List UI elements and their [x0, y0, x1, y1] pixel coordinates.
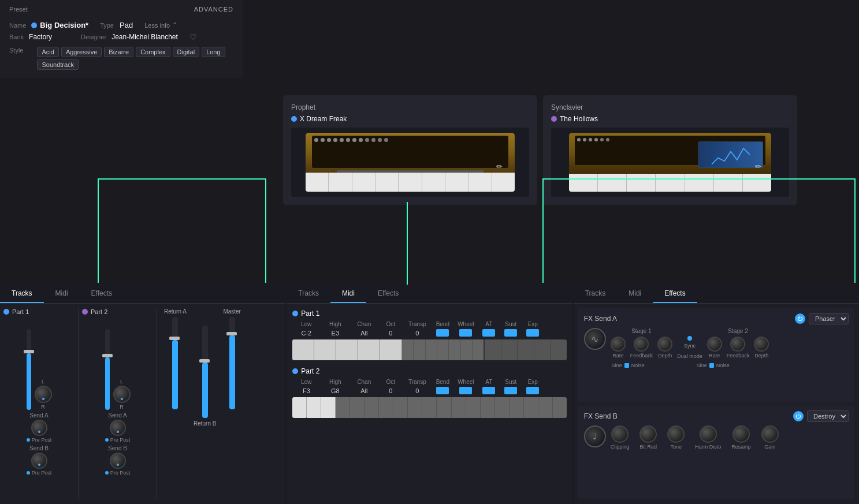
destroy-controls: ♩ Clipping Bit Red Tone — [584, 425, 849, 450]
style-tag-complex[interactable]: Complex — [136, 47, 170, 57]
fx-send-a-type-select[interactable]: Phaser — [809, 313, 849, 324]
synclavier-edit-icon[interactable]: ✏ — [755, 162, 761, 171]
master-label: Master — [223, 308, 241, 315]
sync-indicator — [687, 336, 692, 341]
gain-knob[interactable] — [761, 425, 779, 443]
clipping-knob[interactable] — [611, 425, 629, 443]
style-tag-soundtrack[interactable]: Soundtrack — [37, 59, 79, 70]
phaser-wave-knob[interactable]: ∿ — [584, 328, 606, 350]
stage1-noise-label: Noise — [631, 363, 645, 368]
stage2-rate-knob[interactable] — [707, 337, 722, 352]
style-tag-aggressive[interactable]: Aggressive — [61, 47, 102, 57]
style-tags-container: Acid Aggressive Bizarre Complex Digital … — [37, 47, 233, 70]
style-tag-bizarre[interactable]: Bizarre — [104, 47, 133, 57]
part2-send-b-knob[interactable] — [110, 453, 126, 469]
bank-label: Bank — [9, 33, 24, 40]
part1-r-label: R — [41, 404, 45, 410]
stage1-feedback-knob[interactable] — [634, 337, 649, 352]
part1-pan-knob[interactable] — [35, 386, 52, 403]
harm-disto-knob[interactable] — [700, 425, 717, 443]
midi-p2-low: F3 — [292, 387, 320, 394]
return-b-fader[interactable] — [202, 326, 208, 418]
right-tab-midi[interactable]: Midi — [617, 285, 653, 303]
resamp-knob[interactable] — [732, 425, 750, 443]
midi-p2-chan: All — [350, 387, 378, 394]
prophet-edit-icon[interactable]: ✏ — [496, 162, 503, 171]
midi-p2-exp-toggle[interactable] — [522, 387, 543, 394]
part2-volume-fader[interactable] — [105, 329, 110, 410]
return-master-section: Return A Return B Master — [161, 308, 241, 499]
midi-p1-exp-toggle[interactable] — [522, 329, 543, 337]
part1-dot — [3, 309, 9, 315]
bit-red-label: Bit Red — [639, 444, 657, 450]
left-panel: Tracks Midi Effects Part 1 — [0, 285, 285, 504]
midi-p1-bend-toggle[interactable] — [432, 329, 453, 337]
middle-tab-effects[interactable]: Effects — [366, 285, 410, 303]
part2-pan-knob[interactable] — [113, 386, 131, 403]
stage1-depth-knob[interactable] — [657, 337, 672, 352]
less-info-button[interactable]: Less info ⌃ — [144, 21, 177, 29]
kbd2-full — [292, 397, 566, 418]
favorite-icon[interactable]: ♡ — [189, 32, 197, 42]
resamp-group: Resamp — [731, 425, 751, 450]
stage1-feedback-label: Feedback — [630, 353, 653, 359]
midi-header-transp: Transp — [403, 321, 431, 327]
midi-p2-at-toggle[interactable] — [478, 387, 499, 394]
right-tab-effects[interactable]: Effects — [653, 285, 697, 303]
dual-mode-label: Dual mode — [677, 353, 702, 359]
style-tag-digital[interactable]: Digital — [173, 47, 200, 57]
bank-value: Factory — [29, 33, 52, 41]
part2-pre-post-b-label: Pre Post — [110, 470, 131, 476]
harm-disto-group: Harm Disto — [695, 425, 721, 450]
left-tab-tracks[interactable]: Tracks — [0, 285, 44, 303]
left-tab-effects[interactable]: Effects — [80, 285, 124, 303]
part1-send-b-knob[interactable] — [31, 453, 47, 469]
stage2-label: Stage 2 — [728, 328, 748, 334]
stage1-label: Stage 1 — [631, 328, 651, 334]
master-fader[interactable] — [229, 317, 235, 409]
midi-p1-wheel-toggle[interactable] — [454, 329, 477, 337]
part1-name-row: Part 1 — [3, 308, 29, 315]
part1-send-a-knob[interactable] — [31, 420, 47, 436]
right-tab-tracks[interactable]: Tracks — [574, 285, 618, 303]
clipping-group: Clipping — [611, 425, 630, 450]
stage1-rate-label: Rate — [612, 353, 623, 359]
stage2-feedback-group: Feedback — [727, 337, 750, 359]
part1-volume-fader[interactable] — [27, 329, 31, 410]
middle-tab-tracks[interactable]: Tracks — [287, 285, 330, 303]
fx-send-b-type-select[interactable]: Destroy — [807, 410, 849, 422]
destroy-wave-knob[interactable]: ♩ — [584, 425, 606, 447]
right-panel: Tracks Midi Effects FX Send A ⏻ Phaser — [574, 285, 859, 504]
part2-channel: Part 2 L R Send A — [82, 308, 157, 499]
style-tag-long[interactable]: Long — [202, 47, 225, 57]
midi-part2-headers: Low High Chan Oct Transp Bend Wheel AT S… — [292, 379, 566, 385]
fx-send-b-power-button[interactable]: ⏻ — [793, 411, 804, 421]
midi-part1-dot — [292, 311, 298, 316]
midi-p1-at-toggle[interactable] — [478, 329, 499, 337]
tone-knob[interactable] — [667, 425, 685, 443]
stage2-feedback-knob[interactable] — [730, 337, 745, 352]
midi-p2-header-wheel: Wheel — [454, 379, 477, 385]
midi-p2-sust-toggle[interactable] — [500, 387, 521, 394]
kbd-mid-section — [402, 339, 484, 360]
fx-send-a-power-button[interactable]: ⏻ — [795, 313, 805, 324]
less-info-label: Less info — [144, 22, 170, 29]
middle-tab-midi[interactable]: Midi — [330, 285, 366, 303]
midi-p1-low: C-2 — [292, 330, 320, 337]
return-a-channel: Return A — [164, 308, 187, 409]
midi-p1-transp: 0 — [403, 330, 431, 337]
midi-p1-sust-toggle[interactable] — [500, 329, 521, 337]
stage1-rate-knob[interactable] — [611, 337, 626, 352]
return-a-fader[interactable] — [172, 317, 178, 409]
clipping-label: Clipping — [611, 444, 630, 450]
bit-red-knob[interactable] — [639, 425, 657, 443]
midi-p2-bend-toggle[interactable] — [432, 387, 453, 394]
part2-send-a-knob[interactable] — [110, 420, 126, 436]
synclavier-image: ✏ — [551, 128, 789, 197]
stage2-depth-knob[interactable] — [754, 337, 769, 352]
left-tab-midi[interactable]: Midi — [44, 285, 80, 303]
midi-p2-wheel-toggle[interactable] — [454, 387, 477, 394]
midi-part2-section: Part 2 Low High Chan Oct Transp Bend Whe… — [292, 367, 566, 418]
style-tag-acid[interactable]: Acid — [37, 47, 58, 57]
return-b-channel: Return B — [194, 326, 216, 427]
